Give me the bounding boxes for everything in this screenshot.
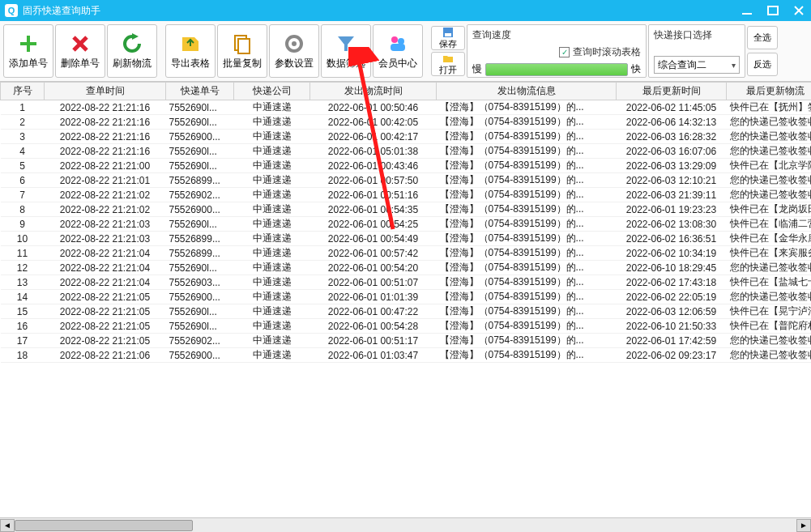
table-cell: 75526899... xyxy=(166,173,234,188)
column-header[interactable]: 快递单号 xyxy=(166,83,234,100)
table-cell: 您的快递已签收签收 xyxy=(727,334,812,348)
table-cell: 2022-08-22 21:21:03 xyxy=(45,217,166,232)
toolbar: 添加单号 删除单号 刷新物流 导出表格 批量复制 参数设置 数据筛选 会员中心 … xyxy=(0,21,811,82)
export-button[interactable]: 导出表格 xyxy=(165,24,216,78)
open-button[interactable]: 打开 xyxy=(431,52,465,76)
table-cell: 2022-06-10 21:50:33 xyxy=(617,319,727,334)
column-header[interactable]: 最后更新物流 xyxy=(727,83,812,100)
table-row[interactable]: 132022-08-22 21:21:0475526903...中通速递2022… xyxy=(1,275,812,290)
table-cell: 3 xyxy=(1,130,45,144)
table-cell: 75526900... xyxy=(166,130,234,144)
table-cell: 75526900... xyxy=(166,202,234,217)
filter-button[interactable]: 数据筛选 xyxy=(321,24,371,78)
table-cell: 2022-06-01 19:23:23 xyxy=(617,202,727,217)
column-header[interactable]: 发出物流信息 xyxy=(437,83,617,100)
table-cell: 快件已在【盐城七十 xyxy=(727,275,812,290)
copy-icon xyxy=(231,32,254,55)
column-header[interactable]: 查单时间 xyxy=(45,83,166,100)
member-button[interactable]: 会员中心 xyxy=(373,24,423,78)
scroll-left-button[interactable]: ◄ xyxy=(0,519,15,532)
svg-marker-13 xyxy=(338,36,354,51)
table-cell: 中通速递 xyxy=(234,115,310,130)
table-cell: 中通速递 xyxy=(234,202,310,217)
table-cell: 2022-06-06 14:32:13 xyxy=(617,115,727,130)
table-cell: 75526900... xyxy=(166,348,234,363)
column-header[interactable]: 序号 xyxy=(1,83,45,100)
table-row[interactable]: 62022-08-22 21:21:0175526899...中通速递2022-… xyxy=(1,173,812,188)
fast-label: 快 xyxy=(631,62,641,76)
window-title: 固乔快递查询助手 xyxy=(23,4,740,18)
interface-panel: 快递接口选择 综合查询二 ▾ xyxy=(648,24,745,78)
table-row[interactable]: 12022-08-22 21:21:167552690l...中通速递2022-… xyxy=(1,100,812,115)
table-cell: 【澄海】（0754-83915199）的... xyxy=(437,100,617,115)
select-all-button[interactable]: 全选 xyxy=(747,26,778,49)
table-row[interactable]: 102022-08-22 21:21:0375526899...中通速递2022… xyxy=(1,232,812,246)
table-cell: 2022-08-22 21:21:02 xyxy=(45,188,166,202)
table-cell: 2022-06-01 01:03:47 xyxy=(310,348,437,363)
horizontal-scrollbar[interactable]: ◄ ► xyxy=(0,517,811,532)
table-cell: 中通速递 xyxy=(234,159,310,173)
add-order-button[interactable]: 添加单号 xyxy=(3,24,53,78)
close-button[interactable] xyxy=(792,3,806,18)
table-cell: 7552690l... xyxy=(166,159,234,173)
table-cell: 18 xyxy=(1,348,45,363)
refresh-button[interactable]: 刷新物流 xyxy=(107,24,157,78)
scroll-checkbox[interactable] xyxy=(559,47,570,57)
settings-button[interactable]: 参数设置 xyxy=(269,24,319,78)
table-cell: 中通速递 xyxy=(234,348,310,363)
table-cell: 【澄海】（0754-83915199）的... xyxy=(437,159,617,173)
table-cell: 2022-08-22 21:21:02 xyxy=(45,202,166,217)
svg-rect-18 xyxy=(445,33,451,36)
save-button[interactable]: 保存 xyxy=(431,26,465,50)
scroll-track[interactable] xyxy=(15,519,796,532)
table-cell: 您的快递已签收签收 xyxy=(727,173,812,188)
table-cell: 75526900... xyxy=(166,290,234,304)
table-row[interactable]: 52022-08-22 21:21:007552690l...中通速递2022-… xyxy=(1,159,812,173)
scroll-thumb[interactable] xyxy=(15,520,193,531)
table-cell: 中通速递 xyxy=(234,275,310,290)
table-cell: 中通速递 xyxy=(234,173,310,188)
table-cell: 2022-06-02 22:05:19 xyxy=(617,290,727,304)
speed-slider[interactable] xyxy=(485,63,628,76)
svg-marker-8 xyxy=(132,33,139,40)
column-header[interactable]: 最后更新时间 xyxy=(617,83,727,100)
table-row[interactable]: 112022-08-22 21:21:0475526899...中通速递2022… xyxy=(1,246,812,261)
table-cell: 2022-06-01 00:54:25 xyxy=(310,217,437,232)
delete-order-button[interactable]: 删除单号 xyxy=(55,24,105,78)
interface-combo[interactable]: 综合查询二 ▾ xyxy=(654,56,740,74)
column-header[interactable]: 发出物流时间 xyxy=(310,83,437,100)
table-row[interactable]: 182022-08-22 21:21:0675526900...中通速递2022… xyxy=(1,348,812,363)
data-grid[interactable]: 序号查单时间快递单号快递公司发出物流时间发出物流信息最后更新时间最后更新物流 1… xyxy=(0,82,811,517)
scroll-right-button[interactable]: ► xyxy=(796,519,811,532)
table-cell: 2022-06-03 16:07:06 xyxy=(617,144,727,159)
table-row[interactable]: 42022-08-22 21:21:167552690l...中通速递2022-… xyxy=(1,144,812,159)
table-cell: 2022-06-02 17:43:18 xyxy=(617,275,727,290)
table-row[interactable]: 92022-08-22 21:21:037552690l...中通速递2022-… xyxy=(1,217,812,232)
invert-select-label: 反选 xyxy=(753,58,771,70)
table-cell: 【澄海】（0754-83915199）的... xyxy=(437,348,617,363)
table-cell: 您的快递已签收签收 xyxy=(727,261,812,275)
table-cell: 11 xyxy=(1,246,45,261)
table-row[interactable]: 122022-08-22 21:21:047552690l...中通速递2022… xyxy=(1,261,812,275)
table-row[interactable]: 172022-08-22 21:21:0575526902...中通速递2022… xyxy=(1,334,812,348)
table-row[interactable]: 142022-08-22 21:21:0575526900...中通速递2022… xyxy=(1,290,812,304)
column-header[interactable]: 快递公司 xyxy=(234,83,310,100)
table-row[interactable]: 82022-08-22 21:21:0275526900...中通速递2022-… xyxy=(1,202,812,217)
maximize-button[interactable] xyxy=(766,3,780,18)
table-row[interactable]: 162022-08-22 21:21:057552690l...中通速递2022… xyxy=(1,319,812,334)
save-icon xyxy=(442,27,454,38)
table-row[interactable]: 22022-08-22 21:21:167552690l...中通速递2022-… xyxy=(1,115,812,130)
table-cell: 2022-06-02 09:23:17 xyxy=(617,348,727,363)
table-row[interactable]: 72022-08-22 21:21:0275526902...中通速递2022-… xyxy=(1,188,812,202)
table-cell: 中通速递 xyxy=(234,232,310,246)
table-cell: 快件已在【临浦二营 xyxy=(727,217,812,232)
table-cell: 2022-06-01 00:57:50 xyxy=(310,173,437,188)
table-cell: 您的快递已签收签收 xyxy=(727,188,812,202)
table-row[interactable]: 32022-08-22 21:21:1675526900...中通速递2022-… xyxy=(1,130,812,144)
table-cell: 2022-06-01 00:42:05 xyxy=(310,115,437,130)
table-row[interactable]: 152022-08-22 21:21:057552690l...中通速递2022… xyxy=(1,304,812,319)
minimize-button[interactable] xyxy=(740,3,754,18)
copy-button[interactable]: 批量复制 xyxy=(217,24,267,78)
invert-select-button[interactable]: 反选 xyxy=(747,53,778,76)
table-cell: 2022-08-22 21:21:04 xyxy=(45,275,166,290)
